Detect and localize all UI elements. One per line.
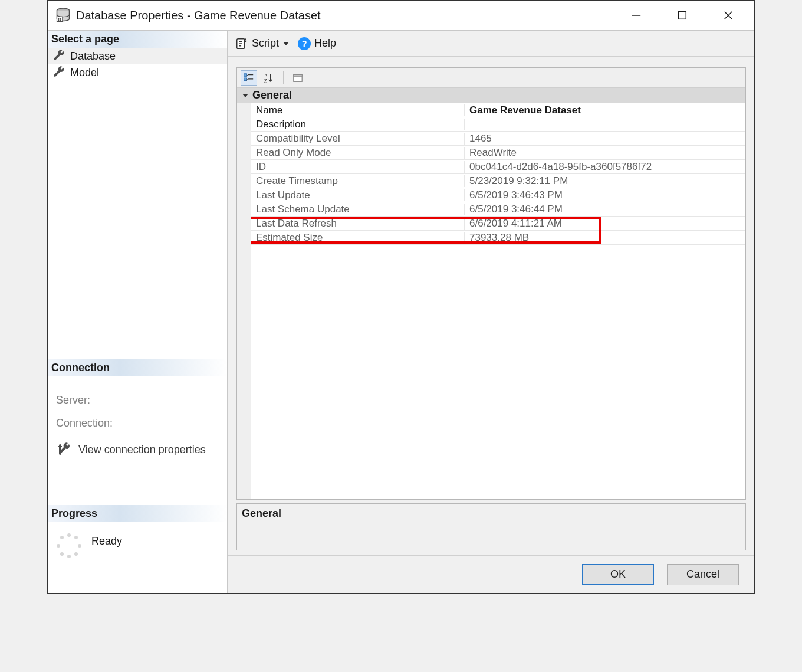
sidebar-item-model[interactable]: Model [48,64,227,81]
help-button[interactable]: ? Help [297,36,337,51]
svg-rect-16 [244,73,247,76]
alphabetical-button[interactable]: A Z [261,70,277,86]
property-label: Description [251,119,465,130]
svg-point-10 [74,552,78,556]
connection-panel: Server: Connection: View connection prop… [48,376,227,464]
sidebar-item-database[interactable]: Database [48,48,227,64]
svg-rect-17 [244,78,247,81]
category-row-general[interactable]: General [237,88,745,103]
database-icon [55,7,71,24]
svg-text:Z: Z [264,78,267,83]
svg-point-13 [57,544,60,548]
property-value: 0bc041c4-d2d6-4a18-95fb-a360f5786f72 [465,161,745,173]
sidebar-item-label: Database [70,50,116,63]
property-label: Name [251,104,465,116]
dialog-footer: OK Cancel [228,555,754,593]
svg-point-3 [60,18,61,19]
sidebar: Select a page Database Model Connection … [48,31,228,593]
connection-label: Connection: [56,417,219,430]
property-value: 6/6/2019 4:11:21 AM [465,218,745,230]
svg-point-14 [60,536,64,539]
property-value: 5/23/2019 9:32:11 PM [465,175,745,187]
svg-point-7 [67,533,71,537]
property-row[interactable]: NameGame Revenue Dataset [251,103,745,117]
property-description-pane: General [236,503,746,550]
help-label: Help [314,37,336,50]
progress-status: Ready [91,532,122,548]
sidebar-item-label: Model [70,67,99,79]
chevron-down-icon [242,92,249,99]
maximize-button[interactable] [670,4,694,27]
window-title: Database Properties - Game Revenue Datas… [76,9,624,22]
svg-point-2 [58,18,59,19]
svg-point-4 [58,19,59,21]
progress-panel: Ready [48,522,227,569]
window-controls [624,4,740,27]
progress-ring-icon [55,532,83,560]
dialog-window: Database Properties - Game Revenue Datas… [47,0,755,594]
svg-rect-1 [57,17,63,21]
svg-point-12 [60,552,64,556]
script-dropdown[interactable]: Script [234,36,291,51]
wrench-icon [52,50,65,63]
property-grid-toolbar: A Z [237,68,745,88]
script-label: Script [252,37,279,50]
property-label: Last Data Refresh [251,218,465,230]
help-icon: ? [298,37,311,50]
script-icon [235,37,248,50]
select-page-header: Select a page [48,31,227,48]
property-label: Read Only Mode [251,147,465,159]
chevron-down-icon [282,40,290,47]
property-label: Last Update [251,189,465,201]
property-value: 6/5/2019 3:46:43 PM [465,189,745,201]
close-button[interactable] [716,4,740,27]
connection-header: Connection [48,359,227,376]
category-label: General [252,89,292,101]
property-rows: NameGame Revenue DatasetDescriptionCompa… [251,103,745,499]
svg-rect-21 [294,74,302,76]
property-label: Create Timestamp [251,175,465,187]
property-row[interactable]: Read Only ModeReadWrite [251,146,745,160]
wrench-icon [52,66,65,79]
tools-icon [57,442,71,457]
svg-point-5 [60,19,61,21]
svg-point-9 [78,544,81,548]
svg-point-11 [67,555,71,558]
property-label: Last Schema Update [251,204,465,215]
property-value: 6/5/2019 3:46:44 PM [465,204,745,215]
svg-rect-6 [679,12,686,19]
titlebar: Database Properties - Game Revenue Datas… [48,1,754,30]
property-label: Compatibility Level [251,133,465,145]
progress-header: Progress [48,505,227,522]
toolbar: Script ? Help [228,31,754,57]
property-row[interactable]: Estimated Size73933.28 MB [251,231,745,245]
property-label: ID [251,161,465,173]
right-panel: Script ? Help [228,31,754,593]
property-row[interactable]: Last Data Refresh6/6/2019 4:11:21 AM [251,217,745,231]
svg-text:A: A [264,73,268,78]
property-row[interactable]: Last Update6/5/2019 3:46:43 PM [251,188,745,202]
property-grid: A Z [236,67,746,500]
property-value: 73933.28 MB [465,232,745,244]
property-description-title: General [242,507,281,519]
property-row[interactable]: Description [251,117,745,132]
property-row[interactable]: Compatibility Level1465 [251,132,745,146]
view-connection-properties-label: View connection properties [78,444,206,456]
property-row[interactable]: ID0bc041c4-d2d6-4a18-95fb-a360f5786f72 [251,160,745,174]
svg-point-8 [74,536,78,539]
property-value: ReadWrite [465,147,745,159]
property-value: 1465 [465,133,745,145]
property-row[interactable]: Last Schema Update6/5/2019 3:46:44 PM [251,202,745,217]
cancel-button[interactable]: Cancel [667,564,739,585]
ok-button[interactable]: OK [582,564,654,585]
property-label: Estimated Size [251,232,465,244]
property-pages-button[interactable] [290,70,306,86]
page-list: Database Model [48,48,227,81]
categorized-button[interactable] [241,70,257,86]
property-value[interactable]: Game Revenue Dataset [465,104,745,116]
property-row[interactable]: Create Timestamp5/23/2019 9:32:11 PM [251,174,745,188]
minimize-button[interactable] [624,4,648,27]
property-grid-gutter [237,103,251,499]
server-label: Server: [56,394,219,407]
view-connection-properties-link[interactable]: View connection properties [56,440,219,457]
